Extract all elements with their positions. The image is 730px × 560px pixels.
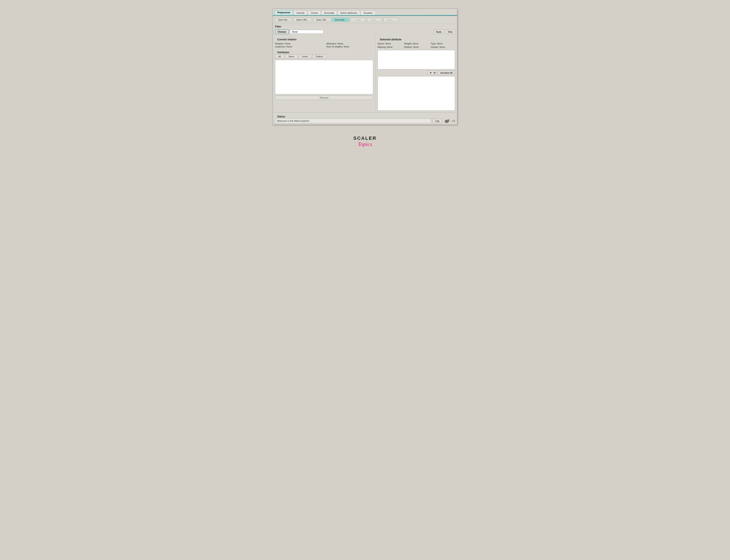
tab-classify[interactable]: Classify xyxy=(294,11,307,15)
tab-cluster[interactable]: Cluster xyxy=(308,11,321,15)
type-label: Type: xyxy=(431,42,436,45)
filter-label: Filter xyxy=(273,24,457,29)
remove-button[interactable]: Remove xyxy=(275,96,373,100)
open-db-button[interactable]: Open DB... xyxy=(313,18,330,22)
name-label: Name: xyxy=(378,42,385,45)
choose-button[interactable]: Choose xyxy=(275,29,289,34)
status-content: Welcome to the Weka Explorer Log x 0 xyxy=(275,119,455,123)
attribute-detail-box xyxy=(378,50,455,69)
edit-button[interactable]: Edit... xyxy=(367,18,382,22)
instances-field: Instances: None xyxy=(275,45,322,48)
tab-visualize[interactable]: Visualize xyxy=(360,11,376,15)
undo-button[interactable]: Undo xyxy=(351,18,366,22)
content-area: Current relation Relation: None Attribut… xyxy=(273,35,457,112)
status-message: Welcome to the Weka Explorer xyxy=(275,119,431,123)
attributes-label: Attributes: xyxy=(326,42,337,45)
weight-label: Weight: xyxy=(404,42,412,45)
relation-info: Relation: None Attributes: None Instance… xyxy=(275,41,373,50)
tab-preprocess[interactable]: Preprocess xyxy=(275,10,293,15)
weka-bird-icon xyxy=(444,119,450,123)
visualize-row: ▼ Visualize All xyxy=(378,71,455,75)
filter-input[interactable] xyxy=(290,30,324,34)
status-bar: Status Welcome to the Weka Explorer Log … xyxy=(273,112,457,125)
svg-point-3 xyxy=(449,120,449,120)
visualize-all-button[interactable]: Visualize All xyxy=(438,71,455,75)
svg-line-4 xyxy=(446,123,446,123)
status-section-label: Status xyxy=(275,114,455,119)
instances-label: Instances: xyxy=(275,45,286,48)
all-button[interactable]: All xyxy=(275,54,284,59)
open-file-button[interactable]: Open file... xyxy=(275,18,292,22)
branding: SCALER Topics xyxy=(353,135,377,148)
save-button[interactable]: Save... xyxy=(383,18,398,22)
relation-label: Relation: xyxy=(275,42,284,45)
invert-button[interactable]: Invert xyxy=(299,54,311,59)
attr-buttons: All None Invert Pattern xyxy=(275,54,373,59)
relation-field: Relation: None xyxy=(275,42,322,45)
type-field: Type: None xyxy=(431,42,455,45)
distinct-label: Distinct: xyxy=(404,46,412,48)
visualize-select[interactable]: ▼ xyxy=(428,71,436,75)
main-window: Preprocess Classify Cluster Associate Se… xyxy=(273,9,457,125)
attributes-field: Attributes: None xyxy=(326,42,373,45)
selected-attr-info: Name: None Weight: None Type: None Missi… xyxy=(378,41,455,50)
selected-attribute-label: Selected attribute xyxy=(378,37,455,41)
unique-label: Unique: xyxy=(431,46,439,48)
tab-associate[interactable]: Associate xyxy=(321,11,337,15)
none-button[interactable]: None xyxy=(285,54,297,59)
sum-weights-label: Sum of weights: xyxy=(326,45,343,48)
log-button[interactable]: Log xyxy=(432,119,442,123)
attributes-section-label: Attributes xyxy=(275,50,373,54)
weight-field: Weight: None xyxy=(404,42,428,45)
svg-point-1 xyxy=(447,119,449,121)
generate-button[interactable]: Generate... xyxy=(332,18,349,22)
missing-label: Missing: xyxy=(378,46,386,48)
distinct-field: Distinct: None xyxy=(404,46,428,48)
apply-button[interactable]: Apply xyxy=(433,30,444,34)
name-field: Name: None xyxy=(378,42,402,45)
x-count: x 0 xyxy=(452,120,455,122)
pattern-button[interactable]: Pattern xyxy=(312,54,326,59)
current-relation-label: Current relation xyxy=(275,37,373,41)
unique-field: Unique: None xyxy=(431,46,455,48)
open-url-button[interactable]: Open URL... xyxy=(293,18,312,22)
tab-bar: Preprocess Classify Cluster Associate Se… xyxy=(273,9,457,15)
right-panel: Selected attribute Name: None Weight: No… xyxy=(376,35,457,112)
stop-button[interactable]: Stop xyxy=(445,30,455,34)
attributes-list[interactable] xyxy=(275,60,373,94)
scaler-label: SCALER xyxy=(353,135,377,141)
attribute-chart-box xyxy=(378,76,455,111)
filter-row: Choose Apply Stop xyxy=(273,29,457,35)
topics-label: Topics xyxy=(353,141,377,148)
svg-marker-2 xyxy=(449,120,450,121)
tab-select-attributes[interactable]: Select attributes xyxy=(338,11,360,15)
sum-weights-field: Sum of weights: None xyxy=(326,45,373,48)
missing-field: Missing: None xyxy=(378,46,402,48)
toolbar: Open file... Open URL... Open DB... Gene… xyxy=(273,16,457,24)
left-panel: Current relation Relation: None Attribut… xyxy=(273,35,376,112)
